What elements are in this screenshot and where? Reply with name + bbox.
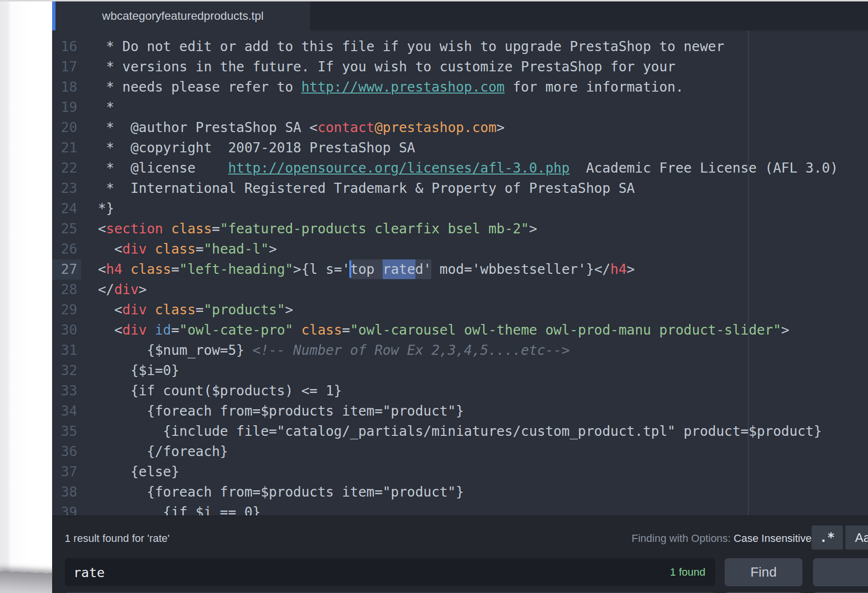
code-text: * versions in the future. If you wish to… (98, 57, 675, 77)
line-number: 30 (52, 320, 77, 340)
line-number: 28 (52, 280, 77, 300)
code-line-38: 38 {foreach from=$products item="product… (52, 482, 868, 502)
find-input-wrap: 1 found (65, 558, 715, 586)
selection-highlight: d' (415, 259, 432, 279)
find-panel: 1 result found for 'rate' Finding with O… (52, 515, 868, 593)
line-number: 33 (52, 381, 77, 401)
line-number: 35 (52, 421, 77, 442)
line-number: 17 (52, 57, 77, 77)
code-line-35: 35 {include file="catalog/_partials/mini… (52, 421, 868, 442)
line-number: 34 (52, 401, 77, 421)
code-text: {else} (98, 462, 179, 482)
code-line-16: 16 * Do not edit or add to this file if … (52, 37, 868, 57)
line-number: 37 (52, 462, 77, 482)
code-line-29: 29 <div class="products"> (52, 300, 868, 320)
code-line-27: 27<h4 class="left-heading">{l s='top rat… (52, 259, 868, 280)
selection-highlight: top (350, 259, 383, 279)
code-text: * @license http://opensource.org/license… (98, 158, 838, 178)
code-text: {if $i == 0} (98, 502, 261, 515)
code-line-21: 21 * @copyright 2007-2018 PrestaShop SA (52, 138, 868, 158)
find-options-label: Finding with Options: (632, 532, 734, 544)
line-number: 23 (52, 178, 77, 199)
code-text: * Do not edit or add to this file if you… (98, 37, 724, 57)
code-line-36: 36 {/foreach} (52, 442, 868, 462)
found-count-badge: 1 found (670, 566, 715, 579)
line-number: 26 (52, 239, 77, 259)
line-number: 24 (52, 199, 77, 219)
code-text: <section class="featured-products clearf… (98, 219, 537, 239)
code-text: </div> (98, 280, 147, 300)
code-line-18: 18 * needs please refer to http://www.pr… (52, 77, 868, 97)
code-text: * needs please refer to http://www.prest… (98, 77, 684, 97)
line-number: 18 (52, 77, 77, 97)
tab-wbcategoryfeaturedproducts[interactable]: wbcategoryfeaturedproducts.tpl (55, 1, 310, 30)
code-line-19: 19 * (52, 97, 868, 118)
editor-window: wbcategoryfeaturedproducts.tpl 16 * Do n… (52, 1, 868, 593)
desktop-background (0, 0, 54, 593)
code-line-33: 33 {if count($products) <= 1} (52, 381, 868, 401)
code-text: * @copyright 2007-2018 PrestaShop SA (98, 138, 415, 158)
line-number: 27 (52, 259, 81, 280)
code-text: *} (98, 199, 114, 219)
code-line-32: 32 {$i=0} (52, 361, 868, 381)
find-status-text: 1 result found for 'rate' (65, 532, 170, 545)
line-number: 29 (52, 300, 77, 320)
text-cursor (349, 260, 351, 278)
find-options-summary: Finding with Options: Case Insensitive (632, 532, 812, 545)
code-text: * @author PrestaShop SA <contact@prestas… (98, 118, 505, 138)
code-text: * (98, 97, 114, 118)
code-line-25: 25<section class="featured-products clea… (52, 219, 868, 239)
line-number: 36 (52, 442, 77, 462)
code-text: * International Registered Trademark & P… (98, 178, 635, 199)
code-line-30: 30 <div id="owl-cate-pro" class="owl-car… (52, 320, 868, 340)
code-text: {foreach from=$products item="product"} (98, 482, 464, 502)
code-text: {if count($products) <= 1} (98, 381, 342, 401)
line-number: 25 (52, 219, 77, 239)
find-match-highlight: rate (383, 259, 415, 279)
code-text: <h4 class="left-heading">{l s='top rated… (98, 259, 635, 280)
code-lines: 16 * Do not edit or add to this file if … (52, 30, 868, 515)
code-text: <div class="products"> (98, 300, 293, 320)
code-text: {/foreach} (98, 442, 228, 462)
tab-bar: wbcategoryfeaturedproducts.tpl (52, 1, 868, 30)
code-line-26: 26 <div class="head-l"> (52, 239, 868, 259)
line-number: 32 (52, 361, 77, 381)
find-options-value: Case Insensitive (734, 532, 812, 544)
line-number: 16 (52, 37, 77, 57)
code-text: {foreach from=$products item="product"} (98, 401, 464, 421)
code-text: <div id="owl-cate-pro" class="owl-carous… (98, 320, 789, 340)
code-line-24: 24*} (52, 199, 868, 219)
code-text: <div class="head-l"> (98, 239, 277, 259)
line-number: 21 (52, 138, 77, 158)
code-line-31: 31 {$num_row=5} <!-- Number of Row Ex 2,… (52, 340, 868, 361)
line-number: 19 (52, 97, 77, 118)
line-number: 39 (52, 502, 77, 515)
line-number: 22 (52, 158, 77, 178)
line-number: 38 (52, 482, 77, 502)
desktop-background-edge (0, 571, 56, 593)
regex-toggle-button[interactable]: .* (812, 526, 843, 550)
line-number: 31 (52, 340, 77, 361)
code-line-20: 20 * @author PrestaShop SA <contact@pres… (52, 118, 868, 138)
code-line-34: 34 {foreach from=$products item="product… (52, 401, 868, 421)
code-line-22: 22 * @license http://opensource.org/lice… (52, 158, 868, 178)
find-prev-button-cutoff[interactable] (813, 558, 868, 586)
find-button[interactable]: Find (725, 558, 802, 586)
active-tab-accent (52, 1, 55, 30)
find-query-input[interactable] (65, 565, 670, 580)
code-line-17: 17 * versions in the future. If you wish… (52, 57, 868, 77)
code-text: {include file="catalog/_partials/miniatu… (98, 421, 822, 442)
code-editor-surface[interactable]: 16 * Do not edit or add to this file if … (52, 30, 868, 515)
code-text: {$num_row=5} <!-- Number of Row Ex 2,3,4… (98, 340, 570, 361)
code-line-39: 39 {if $i == 0} (52, 502, 868, 515)
code-line-28: 28</div> (52, 280, 868, 300)
code-line-37: 37 {else} (52, 462, 868, 482)
code-text: {$i=0} (98, 361, 179, 381)
line-number: 20 (52, 118, 77, 138)
case-sensitive-toggle-button[interactable]: Aa (845, 526, 868, 550)
tab-title: wbcategoryfeaturedproducts.tpl (102, 9, 264, 23)
code-line-23: 23 * International Registered Trademark … (52, 178, 868, 199)
